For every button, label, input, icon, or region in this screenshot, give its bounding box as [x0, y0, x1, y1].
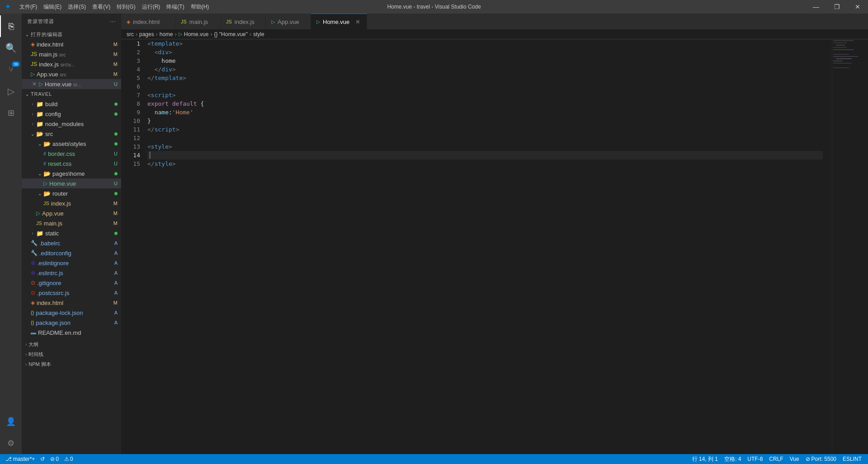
npm-header[interactable]: › NPM 脚本 — [22, 359, 121, 369]
code-line: </style> — [147, 159, 823, 168]
minimize-button[interactable]: — — [806, 0, 826, 14]
sidebar-more-icon[interactable]: ··· — [110, 18, 116, 26]
code-line: export default { — [147, 99, 823, 108]
maximize-button[interactable]: ❐ — [826, 0, 847, 14]
git-branch-status[interactable]: ⎇ master*+ — [4, 454, 37, 464]
menu-help[interactable]: 帮助(H) — [188, 2, 212, 12]
open-editor-item[interactable]: ▷ App.vue src M — [22, 69, 121, 79]
indent-status[interactable]: 空格: 4 — [722, 454, 744, 464]
tree-item-config[interactable]: › 📁 config — [22, 109, 121, 119]
run-icon[interactable]: ▷ — [0, 80, 22, 102]
eslint-status[interactable]: ESLINT — [840, 454, 864, 464]
tree-item-home-vue[interactable]: ▷ Home.vue U — [22, 178, 121, 188]
tree-item-pages-home[interactable]: ⌄ 📂 pages\home — [22, 169, 121, 178]
menu-goto[interactable]: 转到(G) — [114, 2, 138, 12]
svg-rect-2 — [836, 45, 845, 46]
added-badge: A — [114, 260, 121, 266]
tree-item-editorconfig[interactable]: 🔧 .editorconfig A — [22, 248, 121, 258]
tree-item-static[interactable]: › 📁 static — [22, 228, 121, 238]
search-icon[interactable]: 🔍 — [0, 37, 22, 59]
cursor-position-status[interactable]: 行 14, 列 1 — [689, 454, 721, 464]
open-editor-item[interactable]: JS main.js src M — [22, 49, 121, 59]
folder-name: node_modules — [45, 121, 121, 127]
menu-view[interactable]: 查看(V) — [90, 2, 113, 12]
modified-badge: M — [113, 220, 121, 226]
tree-item-postcssrc[interactable]: ⊙ .postcssrc.js A — [22, 288, 121, 298]
titlebar: ✦ 文件(F) 编辑(E) 选择(S) 查看(V) 转到(G) 运行(R) 终端… — [0, 0, 868, 14]
tree-item-babelrc[interactable]: 🔧 .babelrc A — [22, 238, 121, 248]
warnings-status[interactable]: ⚠ 0 — [62, 454, 75, 464]
status-bar: ⎇ master*+ ↺ ⊘ 0 ⚠ 0 行 14, 列 1 空格: 4 UTF… — [0, 454, 868, 464]
tab-index-html[interactable]: ◈ index.html — [121, 14, 175, 29]
menu-terminal[interactable]: 终端(T) — [164, 2, 187, 12]
sync-status[interactable]: ↺ — [38, 454, 47, 464]
tree-item-package-lock[interactable]: {} package-lock.json A — [22, 308, 121, 318]
added-badge: A — [114, 250, 121, 256]
tree-item-eslintrc[interactable]: ⊛ .eslintrc.js A — [22, 268, 121, 278]
added-badge: A — [114, 240, 121, 246]
tree-item-router[interactable]: ⌄ 📂 router — [22, 188, 121, 198]
breadcrumb-pages[interactable]: pages — [139, 31, 154, 37]
svg-rect-1 — [833, 42, 847, 43]
breadcrumb-home-vue[interactable]: Home.vue — [184, 31, 209, 37]
line-ending-status[interactable]: CRLF — [766, 454, 786, 464]
project-section: ⌄ TRAVEL › 📁 build › 📁 config — [22, 89, 121, 337]
tab-main-js[interactable]: JS main.js — [175, 14, 221, 29]
language-status[interactable]: Vue — [787, 454, 802, 464]
open-editor-item[interactable]: ◈ index.html M — [22, 39, 121, 49]
source-control-icon[interactable]: ⑂ 36 — [0, 59, 22, 80]
open-editor-item-active[interactable]: ✕ ▷ Home.vue sr... U — [22, 79, 121, 89]
extensions-icon[interactable]: ⊞ — [0, 102, 22, 124]
account-icon[interactable]: 👤 — [0, 411, 22, 432]
explorer-icon[interactable]: ⎘ — [0, 15, 22, 37]
close-icon[interactable]: ✕ — [31, 81, 38, 87]
tree-item-reset-css[interactable]: # reset.css U — [22, 159, 121, 169]
tree-item-index-html[interactable]: ◈ index.html M — [22, 298, 121, 308]
file-name: .eslintrc.js — [37, 270, 114, 277]
settings-icon[interactable]: ⚙ — [0, 432, 22, 454]
tree-item-src[interactable]: ⌄ 📂 src — [22, 129, 121, 139]
branch-icon: ⎇ — [5, 456, 12, 462]
tree-item-readme[interactable]: ▬ README.en.md — [22, 328, 121, 337]
tree-item-node-modules[interactable]: › 📁 node_modules — [22, 119, 121, 129]
code-editor[interactable]: 1 2 3 4 5 6 7 8 9 10 11 12 13 14 15 — [121, 39, 832, 454]
menu-bar: 文件(F) 编辑(E) 选择(S) 查看(V) 转到(G) 运行(R) 终端(T… — [17, 2, 212, 12]
timeline-header[interactable]: › 时间线 — [22, 349, 121, 359]
vue-file-icon: ▷ — [43, 180, 47, 187]
open-editor-item[interactable]: JS index.js src\v... M — [22, 59, 121, 69]
menu-file[interactable]: 文件(F) — [17, 2, 40, 12]
timeline-label: 时间线 — [28, 351, 43, 358]
breadcrumb-sep: › — [175, 31, 177, 37]
breadcrumb-homevue-obj[interactable]: {} "Home.vue" — [214, 31, 248, 37]
errors-status[interactable]: ⊘ 0 — [48, 454, 61, 464]
tree-item-gitignore[interactable]: ⊙ .gitignore A — [22, 278, 121, 288]
port-status[interactable]: ⊘ Port: 5500 — [803, 454, 839, 464]
tree-item-border-css[interactable]: # border.css U — [22, 149, 121, 159]
tab-close-icon[interactable]: ✕ — [354, 18, 361, 25]
open-editors-header[interactable]: ⌄ 打开的编辑器 — [22, 29, 121, 39]
tree-item-eslintignore[interactable]: ⊛ .eslintignore A — [22, 258, 121, 268]
vue-file-icon: ▷ — [39, 81, 43, 87]
tree-item-package-json[interactable]: {} package.json A — [22, 318, 121, 328]
tab-index-js[interactable]: JS index.js — [221, 14, 266, 29]
project-header[interactable]: ⌄ TRAVEL — [22, 89, 121, 99]
tab-home-vue[interactable]: ▷ Home.vue ✕ — [311, 14, 367, 29]
menu-run[interactable]: 运行(R) — [139, 2, 163, 12]
encoding-status[interactable]: UTF-8 — [745, 454, 765, 464]
svg-rect-6 — [833, 56, 858, 57]
menu-select[interactable]: 选择(S) — [65, 2, 89, 12]
project-label: TRAVEL — [31, 91, 52, 97]
outline-header[interactable]: › 大纲 — [22, 339, 121, 349]
tree-item-assets[interactable]: ⌄ 📂 assets\styles — [22, 139, 121, 149]
tree-item-main-js[interactable]: JS main.js M — [22, 218, 121, 228]
breadcrumb-src[interactable]: src — [127, 31, 134, 37]
tree-item-app-vue[interactable]: ▷ App.vue M — [22, 208, 121, 218]
tree-item-build[interactable]: › 📁 build — [22, 99, 121, 109]
close-button[interactable]: ✕ — [847, 0, 868, 14]
breadcrumb-style[interactable]: style — [253, 31, 264, 37]
open-editor-filename: App.vue src — [37, 71, 113, 78]
breadcrumb-home[interactable]: home — [160, 31, 173, 37]
tab-app-vue[interactable]: ▷ App.vue — [266, 14, 311, 29]
menu-edit[interactable]: 编辑(E) — [41, 2, 64, 12]
tree-item-router-index[interactable]: JS index.js M — [22, 198, 121, 208]
